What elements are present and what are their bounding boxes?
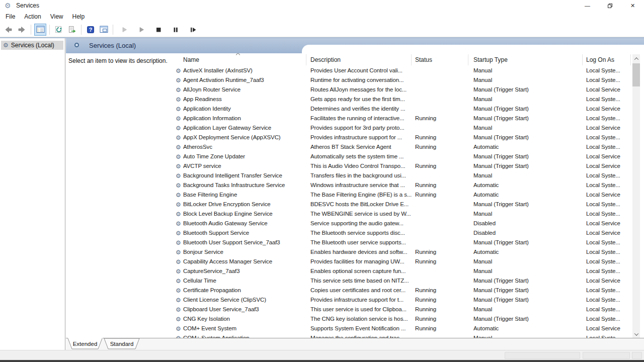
service-row[interactable]: ⚙ Base Filtering Engine The Base Filteri… bbox=[171, 191, 632, 200]
column-divider[interactable] bbox=[306, 54, 306, 65]
service-row[interactable]: ⚙ AVCTP service This is Audio Video Cont… bbox=[171, 162, 632, 171]
service-description: Runtime for activating conversation... bbox=[310, 77, 412, 83]
service-row[interactable]: ⚙ App Readiness Gets apps ready for use … bbox=[171, 95, 632, 105]
column-header-log-on-as[interactable]: Log On As bbox=[586, 56, 614, 63]
tab-extended-label[interactable]: Extended bbox=[73, 341, 98, 347]
service-startup-type: Manual (Trigger Start) bbox=[473, 297, 583, 303]
service-name: Application Layer Gateway Service bbox=[183, 125, 304, 131]
service-startup-type: Manual bbox=[473, 211, 583, 217]
service-log-on-as: Local Service bbox=[586, 106, 631, 112]
tree-item-services-local[interactable]: ⚙ Services (Local) bbox=[1, 41, 63, 50]
service-log-on-as: Local Syste... bbox=[586, 134, 631, 140]
service-description: Determines and verifies the identity ... bbox=[310, 106, 412, 112]
service-log-on-as: Local Syste... bbox=[586, 268, 631, 274]
service-row[interactable]: ⚙ Client License Service (ClipSVC) Provi… bbox=[171, 296, 632, 305]
forward-button[interactable] bbox=[16, 24, 28, 36]
minimize-button[interactable]: — bbox=[576, 0, 599, 11]
column-divider[interactable] bbox=[411, 54, 412, 65]
service-description: This is Audio Video Control Transpo... bbox=[310, 163, 412, 169]
service-description: The CNG key isolation service is hos... bbox=[310, 316, 412, 322]
service-description: Provides support for 3rd party proto... bbox=[310, 125, 412, 131]
vertical-scrollbar[interactable] bbox=[632, 54, 640, 338]
services-app-icon: ⚙ bbox=[5, 1, 11, 10]
column-divider[interactable] bbox=[582, 54, 583, 65]
tab-standard-label[interactable]: Standard bbox=[110, 341, 134, 347]
menu-view[interactable]: View bbox=[46, 11, 68, 22]
service-gear-icon: ⚙ bbox=[176, 325, 181, 332]
service-startup-type: Automatic bbox=[473, 325, 583, 331]
service-gear-icon: ⚙ bbox=[176, 192, 181, 199]
service-status: Running bbox=[415, 306, 460, 312]
service-row[interactable]: ⚙ Block Level Backup Engine Service The … bbox=[171, 210, 632, 219]
column-header-status[interactable]: Status bbox=[415, 56, 432, 63]
service-log-on-as: Local Syste... bbox=[586, 211, 631, 217]
screen-bottom-edge bbox=[0, 360, 644, 362]
export-list-button[interactable] bbox=[66, 24, 78, 36]
scroll-up-button[interactable] bbox=[632, 54, 640, 63]
service-row[interactable]: ⚙ Application Layer Gateway Service Prov… bbox=[171, 124, 632, 133]
service-row[interactable]: ⚙ ActiveX Installer (AxInstSV) Provides … bbox=[171, 66, 632, 76]
column-header-description[interactable]: Description bbox=[310, 56, 341, 63]
service-row[interactable]: ⚙ Background Intelligent Transfer Servic… bbox=[171, 171, 632, 181]
resume-service-button[interactable] bbox=[135, 24, 147, 36]
properties-button[interactable] bbox=[98, 24, 110, 36]
menu-help[interactable]: Help bbox=[68, 11, 90, 22]
service-gear-icon: ⚙ bbox=[176, 67, 181, 74]
service-log-on-as: Local Syste... bbox=[586, 287, 631, 293]
service-row[interactable]: ⚙ Bonjour Service Enables hardware devic… bbox=[171, 248, 632, 257]
service-startup-type: Manual bbox=[473, 172, 583, 178]
service-gear-icon: ⚙ bbox=[176, 144, 181, 151]
service-status: Running bbox=[415, 325, 460, 331]
menu-action[interactable]: Action bbox=[20, 11, 45, 22]
service-row[interactable]: ⚙ Application Information Facilitates th… bbox=[171, 114, 632, 124]
service-startup-type: Manual bbox=[473, 67, 583, 73]
service-row[interactable]: ⚙ COM+ Event System Supports System Even… bbox=[171, 324, 632, 334]
service-row[interactable]: ⚙ COM+ System Application Manages the co… bbox=[171, 334, 632, 338]
service-row[interactable]: ⚙ Clipboard User Service_7aaf3 This user… bbox=[171, 305, 632, 315]
service-row[interactable]: ⚙ CaptureService_7aaf3 Enables optional … bbox=[171, 267, 632, 277]
service-row[interactable]: ⚙ Agent Activation Runtime_7aaf3 Runtime… bbox=[171, 76, 632, 85]
menu-file[interactable]: File bbox=[0, 11, 20, 22]
close-button[interactable]: ✕ bbox=[621, 0, 644, 11]
service-row[interactable]: ⚙ AtherosSvc Atheros BT Stack Service Ag… bbox=[171, 143, 632, 152]
start-service-button[interactable] bbox=[118, 24, 130, 36]
service-startup-type: Automatic bbox=[473, 182, 583, 188]
service-row[interactable]: ⚙ AllJoyn Router Service Routes AllJoyn … bbox=[171, 85, 632, 95]
service-startup-type: Manual bbox=[473, 268, 583, 274]
service-description: Enables optional screen capture fun... bbox=[310, 268, 412, 274]
service-row[interactable]: ⚙ Application Identity Determines and ve… bbox=[171, 105, 632, 114]
maximize-restore-button[interactable] bbox=[599, 0, 621, 11]
service-startup-type: Disabled bbox=[473, 220, 583, 226]
help-icon: ? bbox=[87, 26, 95, 34]
stop-service-button[interactable] bbox=[152, 24, 165, 36]
column-header-startup-type[interactable]: Startup Type bbox=[473, 56, 508, 63]
service-description: Automatically sets the system time ... bbox=[310, 153, 412, 159]
scrollbar-thumb[interactable] bbox=[632, 63, 640, 86]
service-row[interactable]: ⚙ BitLocker Drive Encryption Service BDE… bbox=[171, 200, 632, 210]
service-row[interactable]: ⚙ AppX Deployment Service (AppXSVC) Prov… bbox=[171, 133, 632, 143]
service-row[interactable]: ⚙ Bluetooth Support Service The Bluetoot… bbox=[171, 229, 632, 238]
service-row[interactable]: ⚙ Auto Time Zone Updater Automatically s… bbox=[171, 152, 632, 162]
service-row[interactable]: ⚙ Bluetooth User Support Service_7aaf3 T… bbox=[171, 238, 632, 248]
column-header-name[interactable]: Name bbox=[183, 56, 199, 63]
service-row[interactable]: ⚙ Capability Access Manager Service Prov… bbox=[171, 257, 632, 267]
service-row[interactable]: ⚙ Bluetooth Audio Gateway Service Servic… bbox=[171, 219, 632, 229]
service-gear-icon: ⚙ bbox=[176, 316, 181, 323]
refresh-button[interactable] bbox=[53, 24, 65, 36]
service-row[interactable]: ⚙ Certificate Propagation Copies user ce… bbox=[171, 286, 632, 296]
service-row[interactable]: ⚙ CNG Key Isolation The CNG key isolatio… bbox=[171, 315, 632, 324]
service-row[interactable]: ⚙ Background Tasks Infrastructure Servic… bbox=[171, 181, 632, 191]
window-title: Services bbox=[16, 2, 39, 9]
restart-service-button[interactable] bbox=[187, 24, 199, 36]
column-divider[interactable] bbox=[468, 54, 468, 65]
column-divider[interactable] bbox=[630, 54, 631, 65]
scroll-down-button[interactable] bbox=[632, 330, 640, 338]
show-console-tree-button[interactable] bbox=[34, 24, 46, 36]
service-log-on-as: Local Syste... bbox=[586, 77, 631, 83]
service-row[interactable]: ⚙ Cellular Time This service sets time b… bbox=[171, 277, 632, 286]
service-gear-icon: ⚙ bbox=[176, 182, 181, 189]
service-name: App Readiness bbox=[183, 96, 304, 102]
back-button[interactable] bbox=[3, 24, 15, 36]
pause-service-button[interactable] bbox=[170, 24, 182, 36]
help-button[interactable]: ? bbox=[85, 24, 97, 36]
